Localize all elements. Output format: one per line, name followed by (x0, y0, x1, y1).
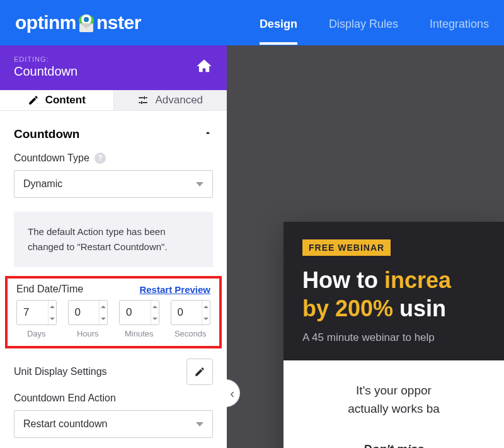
editing-name: Countdown (14, 64, 77, 79)
home-icon (195, 57, 213, 75)
logo-text-2: nster (96, 12, 141, 33)
countdown-type-field: Countdown Type ? Dynamic (0, 147, 227, 208)
seconds-stepper[interactable] (171, 300, 211, 325)
action-type-notice: The default Action type has been changed… (14, 212, 213, 267)
end-action-field: Countdown End Action Restart countdown (0, 390, 227, 448)
headline-2a: by 200% (302, 296, 393, 321)
main-layout: EDITING: Countdown Content Advanced Coun… (0, 45, 504, 448)
end-datetime-label: End Date/Time (16, 284, 83, 295)
countdown-type-label: Countdown Type (14, 152, 89, 164)
hours-input[interactable] (69, 301, 100, 325)
section-countdown-header[interactable]: Countdown (0, 111, 227, 147)
headline-line-2: by 200% usin (302, 294, 485, 323)
unit-display-row: Unit Display Settings (0, 355, 227, 390)
restart-preview-link[interactable]: Restart Preview (139, 284, 210, 295)
chevron-down-icon (196, 182, 203, 187)
minutes-caption: Minutes (119, 329, 159, 338)
seconds-up[interactable] (202, 301, 210, 313)
end-action-value: Restart countdown (23, 418, 107, 430)
logo-text-1: optinm (15, 12, 76, 33)
headline-1b: increa (384, 267, 451, 293)
popup-preview: FREE WEBINAR How to increa by 200% usin … (284, 222, 504, 448)
days-caption: Days (16, 329, 57, 338)
minutes-down[interactable] (151, 313, 159, 325)
help-icon[interactable]: ? (94, 152, 106, 164)
tab-display-rules[interactable]: Display Rules (329, 3, 398, 43)
minutes-up[interactable] (151, 301, 159, 313)
days-up[interactable] (49, 301, 56, 313)
headline-line-1: How to increa (302, 266, 485, 294)
panel-header: EDITING: Countdown (0, 45, 227, 90)
days-down[interactable] (49, 313, 56, 325)
panel-tab-content-label: Content (45, 94, 86, 106)
tab-design[interactable]: Design (260, 3, 297, 43)
unit-display-label: Unit Display Settings (14, 366, 107, 377)
edit-unit-display-button[interactable] (186, 359, 213, 385)
tab-integrations[interactable]: Integrations (430, 3, 489, 43)
headline-2b: usin (393, 296, 446, 321)
minutes-input[interactable] (120, 301, 151, 325)
body-line-2: actually works ba (302, 400, 485, 418)
body-emphasis: Don't miss (302, 440, 485, 448)
collapse-panel-button[interactable] (227, 379, 240, 407)
end-action-label: Countdown End Action (14, 393, 116, 404)
seconds-caption: Seconds (171, 329, 211, 338)
nav-tabs: Design Display Rules Integrations (260, 3, 489, 43)
panel-tab-advanced[interactable]: Advanced (113, 90, 227, 110)
days-stepper[interactable] (16, 300, 57, 325)
pencil-icon (28, 95, 39, 106)
top-nav: optinm nster Design Display Rules Integr… (0, 0, 504, 45)
body-line-1: It's your oppor (302, 382, 485, 400)
seconds-down[interactable] (202, 313, 210, 325)
panel-tab-content[interactable]: Content (0, 90, 113, 110)
days-input[interactable] (17, 301, 48, 325)
home-button[interactable] (195, 57, 213, 78)
seconds-input[interactable] (171, 301, 202, 325)
minutes-stepper[interactable] (119, 300, 159, 325)
subheadline: A 45 minute webinar to help (302, 331, 485, 344)
end-action-select[interactable]: Restart countdown (14, 410, 213, 438)
time-inputs-row: Days Hours Minutes (16, 300, 210, 338)
logo[interactable]: optinm nster (15, 12, 141, 33)
hours-stepper[interactable] (68, 300, 108, 325)
preview-pane: FREE WEBINAR How to increa by 200% usin … (227, 45, 504, 448)
sliders-icon (137, 95, 149, 106)
editing-label: EDITING: (14, 55, 77, 63)
panel-body: Countdown Countdown Type ? Dynamic The d… (0, 111, 227, 448)
countdown-type-select[interactable]: Dynamic (14, 170, 213, 198)
countdown-type-value: Dynamic (23, 178, 62, 190)
hours-down[interactable] (100, 313, 107, 325)
headline-1a: How to (302, 267, 384, 293)
end-datetime-group: End Date/Time Restart Preview Days (5, 276, 222, 348)
settings-panel: EDITING: Countdown Content Advanced Coun… (0, 45, 227, 448)
hours-up[interactable] (100, 301, 107, 313)
panel-tab-advanced-label: Advanced (155, 94, 203, 106)
chevron-down-icon (196, 422, 203, 427)
section-title: Countdown (14, 127, 79, 141)
hours-caption: Hours (68, 329, 108, 338)
pencil-icon (194, 366, 205, 377)
chevron-up-icon (203, 127, 213, 141)
webinar-badge: FREE WEBINAR (302, 239, 391, 256)
panel-tabs: Content Advanced (0, 90, 227, 111)
mascot-icon (77, 14, 96, 33)
